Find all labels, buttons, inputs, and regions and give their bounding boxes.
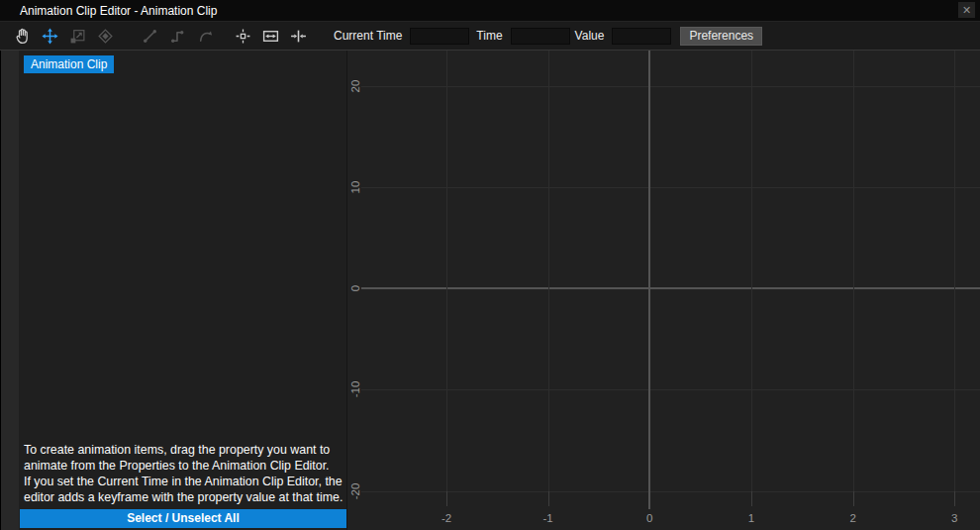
- fit-width-icon: [290, 28, 307, 45]
- fit-width-button[interactable]: [289, 27, 307, 45]
- y-tick-label: 20: [349, 80, 361, 93]
- window-title: Animation Clip Editor - Animation Clip: [20, 4, 217, 18]
- pan-tool-button[interactable]: [13, 27, 31, 45]
- title-bar: Animation Clip Editor - Animation Clip ✕: [0, 0, 980, 22]
- select-unselect-all-button[interactable]: Select / Unselect All: [20, 509, 346, 528]
- y-tick-label: -20: [349, 483, 361, 500]
- move-arrows-icon: [42, 28, 58, 45]
- current-time-label: Current Time: [334, 29, 402, 43]
- vertical-gridline: [954, 51, 955, 491]
- y-tick-label: 0: [349, 285, 361, 291]
- linear-tangent-icon: [142, 28, 158, 45]
- toolbar: Current Time Time Value Preferences: [0, 22, 980, 51]
- keyframe-diamond-icon: [97, 28, 114, 45]
- preferences-button[interactable]: Preferences: [680, 27, 762, 46]
- help-text: To create animation items, drag the prop…: [24, 442, 343, 505]
- x-tick-mark: [548, 491, 549, 506]
- x-axis-line: [361, 287, 980, 289]
- horizontal-gridline: [361, 187, 980, 188]
- center-view-button[interactable]: [234, 27, 251, 45]
- help-line: editor adds a keyframe with the property…: [24, 489, 343, 505]
- step-tangent-icon: [169, 28, 186, 45]
- clip-item-animation-clip[interactable]: Animation Clip: [24, 55, 114, 73]
- x-tick-label: 1: [748, 512, 754, 524]
- y-axis-line: [648, 51, 650, 509]
- value-label: Value: [575, 29, 605, 43]
- help-line: To create animation items, drag the prop…: [24, 442, 343, 458]
- panel-gutter: [0, 51, 19, 530]
- scale-icon: [69, 28, 86, 45]
- scale-tool-button[interactable]: [68, 27, 86, 45]
- vertical-gridline: [853, 51, 854, 491]
- fit-horizontal-icon: [262, 28, 279, 45]
- center-crosshair-icon: [235, 28, 251, 45]
- spline-tangent-icon: [197, 28, 214, 45]
- y-tick-label: 10: [349, 181, 361, 194]
- spline-tangent-button[interactable]: [196, 27, 214, 45]
- vertical-gridline: [751, 51, 752, 491]
- x-tick-label: -2: [441, 512, 451, 524]
- x-tick-mark: [446, 491, 447, 506]
- clip-list-panel: Animation Clip To create animation items…: [0, 51, 347, 530]
- help-line: If you set the Current Time in the Anima…: [24, 474, 343, 489]
- keyframe-tool-button[interactable]: [96, 27, 114, 45]
- horizontal-gridline: [361, 389, 980, 390]
- current-time-input[interactable]: [410, 28, 469, 45]
- x-tick-mark: [853, 491, 854, 506]
- x-tick-label: -1: [542, 512, 552, 524]
- close-button[interactable]: ✕: [958, 2, 975, 18]
- curve-graph[interactable]: 20100-10-20-2-10123: [347, 51, 980, 530]
- x-tick-label: 2: [849, 512, 855, 524]
- x-tick-mark: [954, 491, 955, 506]
- x-tick-mark: [751, 491, 752, 506]
- help-line: animate from the Properties to the Anima…: [24, 458, 343, 474]
- vertical-gridline: [548, 51, 549, 491]
- horizontal-gridline: [361, 491, 980, 492]
- x-tick-label: 0: [646, 512, 652, 524]
- value-input[interactable]: [612, 28, 671, 45]
- x-tick-label: 3: [951, 512, 957, 524]
- time-input[interactable]: [511, 28, 570, 45]
- fit-horizontal-button[interactable]: [261, 27, 279, 45]
- linear-tangent-button[interactable]: [141, 27, 158, 45]
- close-icon: ✕: [962, 4, 971, 17]
- time-label: Time: [476, 29, 502, 43]
- hand-icon: [14, 28, 31, 45]
- vertical-gridline: [446, 51, 447, 491]
- move-tool-button[interactable]: [41, 27, 58, 45]
- horizontal-gridline: [361, 86, 980, 87]
- y-tick-label: -10: [349, 381, 361, 398]
- step-tangent-button[interactable]: [168, 27, 186, 45]
